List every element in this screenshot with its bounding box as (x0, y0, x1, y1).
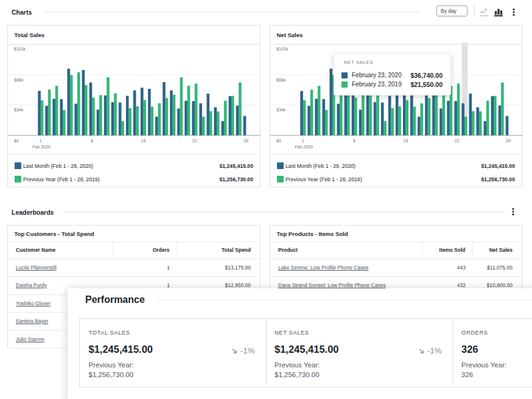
svg-text:$0: $0 (276, 139, 281, 143)
svg-text:8: 8 (353, 139, 355, 143)
svg-text:1: 1 (302, 139, 304, 143)
svg-text:$102k: $102k (14, 47, 26, 51)
svg-text:$34k: $34k (276, 108, 286, 112)
svg-text:1: 1 (40, 139, 42, 143)
svg-text:15: 15 (404, 139, 408, 143)
svg-text:22: 22 (192, 139, 197, 143)
svg-text:22: 22 (455, 139, 460, 143)
svg-text:Feb 2020: Feb 2020 (32, 145, 51, 149)
svg-text:$34k: $34k (14, 108, 24, 112)
svg-text:Feb 2020: Feb 2020 (295, 145, 313, 149)
svg-text:$102k: $102k (276, 47, 289, 51)
svg-text:15: 15 (141, 139, 146, 143)
svg-text:$0: $0 (14, 139, 19, 143)
svg-text:29: 29 (243, 139, 248, 143)
svg-text:$68k: $68k (276, 78, 286, 82)
svg-text:29: 29 (506, 139, 511, 143)
svg-text:$68k: $68k (14, 78, 24, 82)
svg-text:8: 8 (91, 139, 93, 143)
